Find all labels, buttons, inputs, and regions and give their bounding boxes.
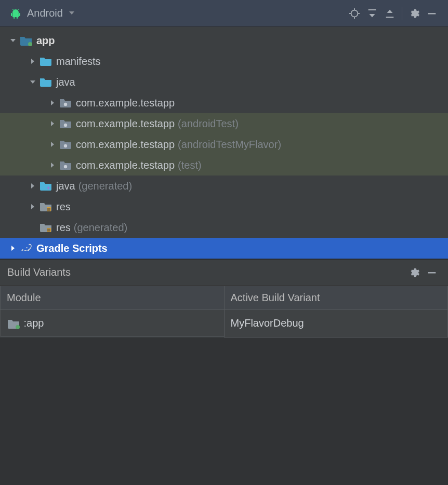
active-variant-cell[interactable]: MyFlavorDebug [224,310,448,338]
chevron-down-icon[interactable] [27,78,38,86]
tree-node-res-generated[interactable]: res (generated) [0,217,448,238]
node-label-suffix: (generated) [78,180,132,192]
node-label: com.example.testapp [76,139,175,151]
svg-rect-14 [428,13,436,14]
android-icon [9,7,22,20]
col-header-variant[interactable]: Active Build Variant [224,286,448,310]
chevron-down-icon[interactable] [7,37,19,44]
svg-point-15 [28,42,32,46]
node-label-suffix: (test) [178,159,202,171]
tree-node-manifests[interactable]: manifests [0,51,448,72]
svg-rect-6 [17,17,18,19]
collapse-all-icon[interactable] [363,5,381,22]
tree-node-package-test[interactable]: com.example.testapp (test) [0,155,448,176]
expand-all-icon[interactable] [381,5,399,22]
res-folder-icon [38,201,53,212]
locate-icon[interactable] [346,5,363,22]
node-label: res [56,222,71,234]
chevron-right-icon[interactable] [27,203,38,210]
tree-node-package-androidtestflavor[interactable]: com.example.testapp (androidTestMyFlavor… [0,134,448,155]
chevron-right-icon[interactable] [27,58,38,65]
package-icon [58,98,73,108]
tree-node-app[interactable]: app [0,30,448,51]
node-label: res [56,201,71,213]
node-label: app [36,35,55,47]
res-folder-icon [38,222,53,233]
gear-icon[interactable] [405,264,423,281]
node-label: com.example.testapp [76,97,175,109]
svg-point-28 [26,247,27,248]
project-tree: app manifests java com.example.testapp [0,27,448,259]
svg-rect-2 [12,13,19,17]
svg-point-17 [64,124,67,127]
module-folder-icon [7,318,20,329]
node-label: Gradle Scripts [36,243,108,254]
project-view-toolbar: Android [0,0,448,27]
svg-point-7 [351,10,358,17]
chevron-right-icon[interactable] [47,120,58,127]
tree-node-java[interactable]: java [0,72,448,92]
tree-node-gradle-scripts[interactable]: Gradle Scripts [0,238,448,259]
tree-node-res[interactable]: res [0,196,448,217]
package-icon [58,139,73,150]
svg-point-1 [18,9,19,10]
build-variants-header: Build Variants [0,260,448,286]
svg-point-0 [12,9,14,10]
minimize-icon[interactable] [423,264,441,281]
chevron-right-icon[interactable] [7,245,19,252]
module-name: :app [24,317,44,329]
module-folder-icon [19,35,33,46]
svg-rect-13 [386,17,394,18]
node-label-suffix: (generated) [74,222,127,234]
col-header-module[interactable]: Module [1,286,225,310]
node-label: java [56,76,75,88]
svg-point-19 [64,165,67,168]
chevron-down-icon[interactable] [68,7,75,19]
chevron-right-icon[interactable] [47,99,58,106]
gradle-icon [19,243,33,253]
svg-rect-12 [368,9,376,10]
node-label: com.example.testapp [76,118,175,130]
folder-icon [38,56,53,66]
tree-node-java-generated[interactable]: java (generated) [0,176,448,196]
table-row[interactable]: :app MyFlavorDebug [1,310,448,338]
svg-point-16 [64,103,67,106]
build-variants-table: Module Active Build Variant :app MyFlavo… [0,286,448,338]
table-header-row: Module Active Build Variant [1,286,448,310]
svg-point-30 [16,325,20,329]
build-variants-empty-area [0,338,448,486]
generated-folder-icon [38,181,53,191]
minimize-icon[interactable] [423,5,441,22]
svg-rect-29 [428,272,436,273]
package-icon [58,118,73,129]
gear-icon[interactable] [405,5,423,22]
node-label-suffix: (androidTestMyFlavor) [178,139,281,151]
package-icon [58,160,73,170]
project-view-dropdown[interactable]: Android [27,7,63,19]
svg-rect-3 [11,13,12,16]
node-label: manifests [56,56,101,68]
svg-rect-5 [14,17,15,19]
node-label: java [56,180,75,192]
svg-rect-4 [19,13,20,16]
panel-title: Build Variants [7,266,405,278]
chevron-right-icon[interactable] [47,141,58,148]
tree-node-package-main[interactable]: com.example.testapp [0,92,448,113]
node-label: com.example.testapp [76,159,175,171]
toolbar-separator [402,7,402,20]
folder-icon [38,77,53,87]
chevron-right-icon[interactable] [27,182,38,190]
tree-node-package-androidtest[interactable]: com.example.testapp (androidTest) [0,113,448,134]
chevron-right-icon[interactable] [47,161,58,169]
svg-point-18 [64,144,67,147]
node-label-suffix: (androidTest) [178,118,239,130]
